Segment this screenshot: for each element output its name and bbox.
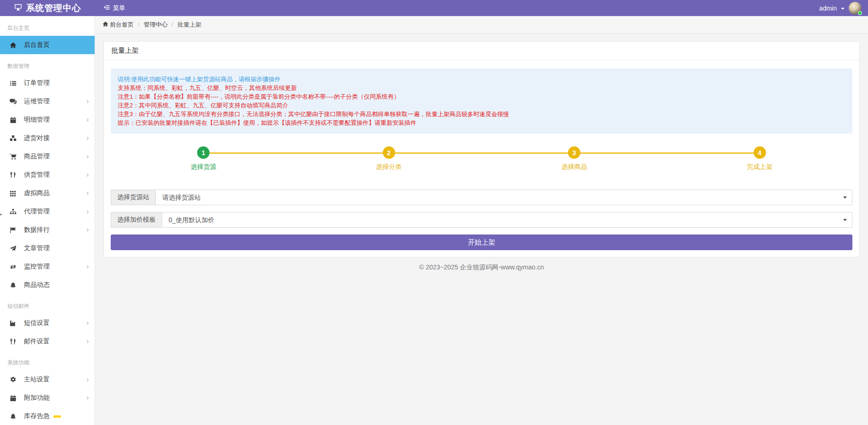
- home-icon: [102, 21, 108, 28]
- sidebar-item-details[interactable]: 明细管理 ›: [0, 111, 95, 129]
- breadcrumb-home-link[interactable]: 前台首页: [102, 21, 134, 29]
- cart-icon: [9, 153, 17, 160]
- sidebar-item-site-settings[interactable]: 主站设置 ›: [0, 370, 95, 389]
- chevron-right-icon: ›: [86, 190, 89, 197]
- chevron-right-icon: ›: [86, 171, 89, 179]
- cutlery-icon: [9, 338, 17, 345]
- step-wizard: 1 选择货源 2 选择分类 3 选择商品 4 完成上架: [111, 146, 852, 171]
- sidebar: 后台主页 后台首页 数据管理 订单管理 运维管理 › 明细管理 › 进货对接 ›: [0, 16, 95, 425]
- chevron-right-icon: ›: [86, 208, 89, 215]
- notice-line: 注意1：如果【分类名称】前面带有----，说明此分类是属于靠前分类中名称不带--…: [118, 92, 845, 101]
- edge-expand-arrow[interactable]: ▸: [0, 210, 4, 218]
- notice-line: 注意3：由于亿樂、九五等系统均没有分类接口，无法选择分类；其中亿樂由于接口限制每…: [118, 110, 845, 118]
- user-dropdown[interactable]: admin: [819, 2, 868, 15]
- wizard-step-1: 1 选择货源: [111, 146, 296, 171]
- sidebar-item-mail-settings[interactable]: 邮件设置 ›: [0, 332, 95, 351]
- bars-icon: [103, 4, 110, 12]
- breadcrumb-section: 管理中心: [144, 21, 168, 29]
- supplier-label: 选择货源站: [111, 190, 156, 205]
- sidebar-item-monitor[interactable]: 监控管理 ›: [0, 257, 95, 276]
- sidebar-item-purchase-dock[interactable]: 进货对接 ›: [0, 129, 95, 147]
- markup-template-row: 选择加价模板 0_使用默认加价: [111, 212, 852, 228]
- batch-listing-card: 批量上架 说明:使用此功能可快速一键上架货源站商品，请根据步骤操作 支持系统：同…: [103, 41, 860, 257]
- username: admin: [819, 5, 837, 12]
- sidebar-item-goods[interactable]: 商品管理 ›: [0, 147, 95, 166]
- sidebar-item-sms-settings[interactable]: 短信设置 ›: [0, 314, 95, 332]
- stock-alert-badge: [53, 415, 61, 418]
- list-icon: [9, 79, 17, 87]
- wizard-step-4: 4 完成上架: [667, 146, 853, 171]
- notice-line: 提示：已安装的批量对接插件请在【已装插件】使用，如提示【该插件不支持或不需要配置…: [118, 118, 845, 127]
- bell-icon: [9, 413, 17, 420]
- markup-template-select[interactable]: 0_使用默认加价: [162, 212, 852, 228]
- sidebar-item-articles[interactable]: 文章管理: [0, 239, 95, 257]
- calendar-icon: [9, 394, 17, 402]
- supplier-row: 选择货源站 请选择货源站: [111, 190, 852, 205]
- cubes-icon: [9, 134, 17, 142]
- sidebar-item-ops[interactable]: 运维管理 ›: [0, 92, 95, 111]
- sidebar-item-rankings[interactable]: 数据排行 ›: [0, 221, 95, 239]
- breadcrumb-current: 批量上架: [177, 21, 201, 29]
- markup-template-label: 选择加价模板: [111, 212, 162, 228]
- monitor-icon: [14, 3, 22, 13]
- page-title: 批量上架: [104, 42, 859, 60]
- wizard-step-2: 2 选择分类: [296, 146, 482, 171]
- sidebar-section-system: 系统功能: [0, 351, 95, 370]
- chevron-right-icon: ›: [86, 134, 89, 142]
- chevron-right-icon: ›: [86, 226, 89, 234]
- sidebar-item-goods-activity[interactable]: 商品动态: [0, 276, 95, 294]
- notice-line: 注意2：其中同系统、彩虹、九五、亿樂可支持自动填写商品简介: [118, 101, 845, 110]
- sidebar-item-supply[interactable]: 供货管理 ›: [0, 166, 95, 184]
- sidebar-section-data: 数据管理: [0, 54, 95, 74]
- chevron-right-icon: ›: [86, 376, 89, 383]
- home-icon: [9, 41, 17, 49]
- sidebar-item-stock-alert[interactable]: 库存告急: [0, 407, 95, 425]
- notice-line: 支持系统：同系统、彩虹，九五、亿樂、时空云，其他系统后续更新: [118, 84, 845, 92]
- grid-icon: [9, 190, 17, 197]
- start-listing-button[interactable]: 开始上架: [111, 235, 852, 250]
- copyright-footer: © 2023~2025 企业猫源码网-www.qymao.cn: [95, 263, 868, 272]
- retweet-icon: [9, 263, 17, 270]
- sidebar-item-dashboard[interactable]: 后台首页: [0, 36, 95, 54]
- top-header: 系统管理中心 菜单 admin: [0, 0, 868, 16]
- sidebar-item-agents[interactable]: 代理管理 ›: [0, 202, 95, 221]
- breadcrumb: 前台首页 / 管理中心 / 批量上架: [95, 16, 868, 34]
- brand-logo[interactable]: 系统管理中心: [0, 0, 95, 16]
- menu-label: 菜单: [113, 4, 125, 12]
- cutlery-icon: [9, 171, 17, 179]
- notice-line: 说明:使用此功能可快速一键上架货源站商品，请根据步骤操作: [118, 75, 845, 84]
- online-status-dot: [858, 11, 862, 15]
- chevron-right-icon: ›: [86, 394, 89, 402]
- paper-plane-icon: [9, 245, 17, 252]
- sidebar-section-sms-mail: 短信邮件: [0, 294, 95, 314]
- caret-down-icon: [841, 8, 845, 10]
- chevron-right-icon: ›: [86, 263, 89, 270]
- chevron-right-icon: ›: [86, 319, 89, 327]
- wizard-step-3: 3 选择商品: [482, 146, 667, 171]
- brand-title: 系统管理中心: [26, 2, 81, 14]
- chevron-right-icon: ›: [86, 338, 89, 345]
- comments-icon: [9, 98, 17, 105]
- chevron-right-icon: ›: [86, 98, 89, 105]
- sidebar-item-orders[interactable]: 订单管理: [0, 74, 95, 92]
- industry-icon: [9, 319, 17, 327]
- chevron-right-icon: ›: [86, 116, 89, 123]
- chevron-right-icon: ›: [86, 153, 89, 160]
- flag-icon: [9, 226, 17, 234]
- sidebar-toggle-button[interactable]: 菜单: [95, 0, 134, 16]
- supplier-select[interactable]: 请选择货源站: [155, 190, 852, 205]
- sidebar-section-home: 后台主页: [0, 16, 95, 36]
- main-content: 前台首页 / 管理中心 / 批量上架 批量上架 说明:使用此功能可快速一键上架货…: [95, 16, 868, 425]
- sidebar-item-addons[interactable]: 附加功能 ›: [0, 389, 95, 407]
- notice-box: 说明:使用此功能可快速一键上架货源站商品，请根据步骤操作 支持系统：同系统、彩虹…: [111, 68, 852, 134]
- bell-icon: [9, 281, 17, 289]
- avatar[interactable]: [849, 2, 862, 15]
- sidebar-item-virtual-goods[interactable]: 虚拟商品 ›: [0, 184, 95, 202]
- calendar-icon: [9, 116, 17, 123]
- sitemap-icon: [9, 208, 17, 215]
- gear-icon: [9, 376, 17, 383]
